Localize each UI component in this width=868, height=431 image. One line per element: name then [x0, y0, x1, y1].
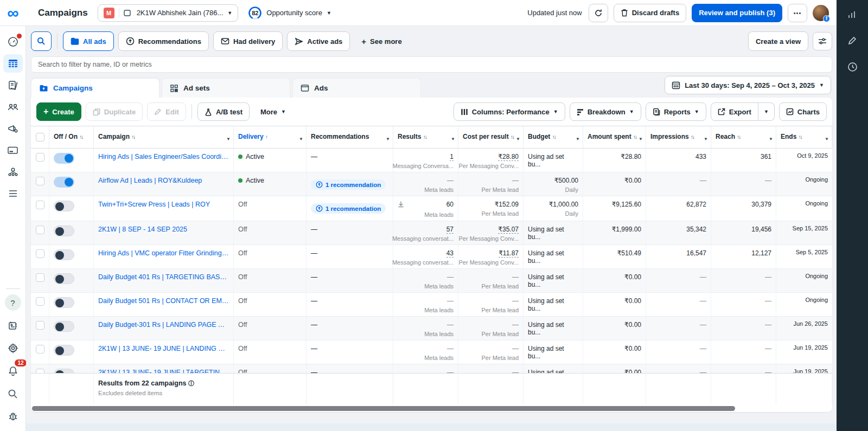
campaign-name-link[interactable]: 2K1W | 13 JUNE- 19 JUNE | LANDING PAGE .…	[98, 345, 229, 352]
nav-report-bug[interactable]	[3, 407, 23, 426]
campaign-name-link[interactable]: Twin+Tri+Screw Press | Leads | ROY	[98, 201, 229, 208]
campaign-toggle[interactable]	[54, 201, 74, 211]
scrollbar-thumb[interactable]	[32, 406, 735, 411]
export-dropdown-button[interactable]: ▼	[758, 102, 775, 121]
nav-account-overview[interactable]	[3, 33, 23, 51]
ad-account-selector[interactable]: M 2K1W Abhishek Jain (786... ▼	[98, 4, 239, 22]
campaign-name-link[interactable]: Airflow Ad | Leads | ROY&Kuldeep	[98, 177, 229, 184]
discard-drafts-button[interactable]: Discard drafts	[614, 4, 686, 22]
column-header-recommendations[interactable]: Recommendations ▼	[307, 126, 393, 148]
row-checkbox[interactable]	[36, 249, 44, 258]
nav-advertising-settings[interactable]	[3, 119, 23, 138]
row-checkbox[interactable]	[36, 345, 44, 353]
horizontal-scrollbar[interactable]	[31, 404, 832, 412]
filter-all-ads[interactable]: All ads	[63, 31, 114, 51]
chevron-down-icon[interactable]: ▼	[639, 137, 643, 141]
search-filter-button[interactable]	[31, 31, 52, 51]
export-button[interactable]: Export	[711, 102, 758, 121]
ab-test-button[interactable]: A/B test	[197, 102, 250, 121]
reports-button[interactable]: Reports ▼	[646, 102, 706, 121]
row-checkbox[interactable]	[36, 297, 44, 306]
nav-search[interactable]	[3, 384, 23, 403]
nav-notifications[interactable]: 12	[3, 362, 23, 380]
column-header-impressions[interactable]: Impressions ↑↓▼	[646, 126, 711, 148]
nav-contact-updates[interactable]	[3, 316, 23, 334]
info-icon[interactable]: ⓘ	[188, 380, 194, 387]
download-icon[interactable]	[398, 201, 404, 209]
tab-campaigns[interactable]: Campaigns	[31, 78, 159, 98]
campaign-name-link[interactable]: Daily Budget-301 Rs | LANDING PAGE AUDI.…	[98, 321, 229, 329]
column-header-campaign[interactable]: Campaign ↑↓▼	[94, 126, 234, 148]
nav-ads-manager[interactable]	[3, 54, 23, 73]
column-header-delivery[interactable]: Delivery ↑▼	[234, 126, 307, 148]
column-header-budget[interactable]: Budget ↑↓▼	[524, 126, 583, 148]
edit-button[interactable]: Edit	[147, 102, 186, 121]
column-header-reach[interactable]: Reach ↑↓▼	[711, 126, 776, 148]
see-more-button[interactable]: + See more	[354, 31, 409, 51]
campaign-name-link[interactable]: Daily Budget 501 Rs | CONTACT OR EMAIL C…	[98, 297, 229, 305]
review-and-publish-button[interactable]: Review and publish (3)	[692, 4, 782, 22]
pencil-icon[interactable]	[845, 34, 859, 48]
chevron-down-icon[interactable]: ▼	[769, 137, 773, 141]
nav-ads-reporting[interactable]	[3, 76, 23, 94]
profile-avatar[interactable]: f	[813, 5, 829, 21]
tab-ads[interactable]: Ads	[292, 78, 421, 98]
nav-all-tools[interactable]	[3, 184, 23, 203]
nav-help[interactable]: ?	[3, 293, 23, 312]
tab-ad-sets[interactable]: Ad sets	[162, 78, 290, 98]
chevron-down-icon[interactable]: ▼	[516, 137, 520, 141]
create-a-view-button[interactable]: Create a view	[748, 31, 808, 51]
create-button[interactable]: + Create	[36, 102, 81, 121]
refresh-button[interactable]	[589, 4, 608, 22]
row-checkbox[interactable]	[36, 273, 44, 282]
row-checkbox[interactable]	[36, 321, 44, 330]
columns-button[interactable]: Columns: Performance ▼	[454, 102, 565, 121]
nav-events-manager[interactable]	[3, 163, 23, 181]
campaign-toggle[interactable]	[54, 177, 74, 188]
campaign-name-link[interactable]: Daily Budget 401 Rs | TARGETING BASED	[98, 273, 229, 281]
breakdown-button[interactable]: Breakdown ▼	[570, 102, 641, 121]
campaign-name-link[interactable]: Hiring Ads | Sales Engineer/Sales Coordi…	[98, 153, 229, 160]
search-input[interactable]	[31, 56, 832, 73]
row-checkbox[interactable]	[36, 369, 44, 373]
column-header-amount-spent[interactable]: Amount spent ↑↓▼	[583, 126, 646, 148]
campaign-toggle[interactable]	[54, 249, 74, 260]
duplicate-button[interactable]: Duplicate	[86, 102, 143, 121]
select-all-checkbox[interactable]	[36, 133, 44, 141]
date-range-button[interactable]: Last 30 days: Sep 4, 2025 – Oct 3, 2025 …	[665, 76, 831, 94]
nav-audiences[interactable]	[3, 98, 23, 116]
chevron-down-icon[interactable]: ▼	[451, 137, 455, 141]
recommendation-badge[interactable]: 1 recommendation	[311, 179, 386, 190]
recommendation-badge[interactable]: 1 recommendation	[311, 203, 386, 214]
nav-billing[interactable]	[3, 141, 23, 159]
chevron-down-icon[interactable]: ▼	[576, 137, 580, 141]
row-checkbox[interactable]	[36, 201, 44, 209]
filter-had-delivery[interactable]: Had delivery	[213, 31, 283, 51]
filter-active-ads[interactable]: Active ads	[287, 31, 350, 51]
view-settings-button[interactable]	[813, 32, 832, 50]
chevron-down-icon[interactable]: ▼	[386, 137, 390, 141]
campaign-name-link[interactable]: 2K1W | 8 SEP - 14 SEP 2025	[98, 226, 229, 233]
column-header-ends[interactable]: Ends ↑↓▼	[776, 126, 832, 148]
meta-logo[interactable]: ∞	[0, 8, 26, 18]
opportunity-score[interactable]: 82 Opportunity score ▼	[248, 6, 331, 20]
campaign-toggle[interactable]	[54, 297, 74, 308]
more-button[interactable]: More ▼	[254, 102, 292, 121]
campaign-toggle[interactable]	[54, 345, 74, 356]
campaign-name-link[interactable]: 2K1W | 13 JUNE- 19 JUNE | TARGETING BAS.…	[98, 369, 229, 373]
campaign-name-link[interactable]: Hiring Ads | VMC operator Fitter Grindin…	[98, 249, 229, 257]
chevron-down-icon[interactable]: ▼	[704, 137, 708, 141]
campaign-toggle[interactable]	[54, 273, 74, 284]
charts-button[interactable]: Charts	[779, 102, 827, 121]
campaign-toggle[interactable]	[54, 369, 74, 373]
bar-chart-icon[interactable]	[845, 8, 859, 22]
column-header-off-on[interactable]: Off / On ↑↓	[49, 126, 94, 148]
column-header-cost-per-result[interactable]: Cost per result ↑↓▼	[458, 126, 524, 148]
campaign-toggle[interactable]	[54, 226, 74, 236]
campaign-toggle[interactable]	[54, 321, 74, 332]
row-checkbox[interactable]	[36, 226, 44, 234]
chevron-down-icon[interactable]: ▼	[299, 137, 303, 141]
more-options-button[interactable]: •••	[788, 4, 807, 22]
campaign-toggle[interactable]	[54, 153, 74, 164]
row-checkbox[interactable]	[36, 177, 44, 185]
